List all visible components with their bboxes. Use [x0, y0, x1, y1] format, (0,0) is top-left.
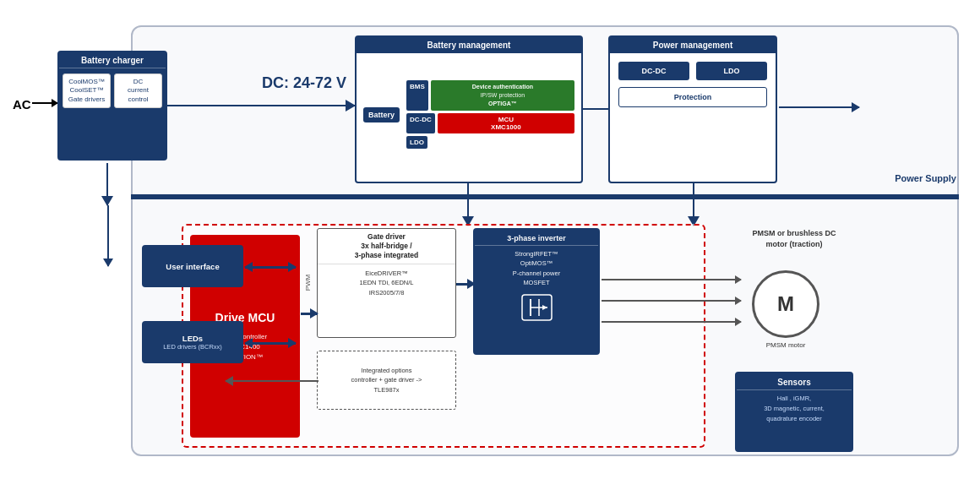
power-supply-label: Power Supply [895, 173, 956, 183]
ac-arrow [32, 102, 57, 104]
battery-charger-title: Battery charger [59, 52, 166, 68]
power-management-title: Power management [610, 37, 776, 53]
mosfet-symbol [518, 291, 556, 324]
leds-sublabel: LED drivers (BCRxx) [163, 343, 222, 351]
battery-management-box: Battery management Battery BMS Device au… [355, 35, 583, 183]
arrow-gate-to-3phase [456, 283, 475, 286]
sensors-title: Sensors [737, 373, 852, 390]
leds-box: LEDs LED drivers (BCRxx) [142, 321, 243, 363]
sensors-box: Sensors Hall , iGMR,3D magnetic, current… [735, 372, 853, 452]
bms-cell: BMS [406, 80, 428, 110]
arrow-ui-to-mcu [245, 266, 296, 269]
gate-driver-box: Gate driver3x half-bridge /3-phase integ… [317, 228, 456, 338]
ldo-power-cell: LDO [696, 62, 767, 80]
arrow-3phase-motor-1 [602, 279, 741, 280]
h-line-batt-to-power [583, 108, 610, 110]
battery-management-title: Battery management [357, 37, 581, 53]
optiga-cell: Device authentication IP/SW protection O… [431, 80, 574, 110]
pmsm-motor-label: PMSM motor [743, 341, 828, 349]
arrow-charger-to-batt [167, 105, 355, 106]
arrow-down-batt [467, 183, 469, 226]
three-phase-content: StrongIRFET™OptiMOS™P-channel powerMOSFE… [475, 246, 598, 291]
sensors-content: Hall , iGMR,3D magnetic, current,quadrat… [737, 390, 852, 427]
protection-cell: Protection [618, 87, 767, 107]
pwm-label: PWM [304, 275, 312, 291]
integrated-options-box: Integrated optionscontroller + gate driv… [317, 351, 456, 410]
charger-cell-dc: DC current control [114, 73, 162, 108]
charger-cell-coolmos: CoolMOS™ CoolSET™ Gate drivers [63, 73, 111, 108]
v-line-charger-down [107, 205, 109, 266]
system-diagram: AC Battery charger CoolMOS™ CoolSET™ Gat… [0, 0, 980, 479]
pmsm-top-label: PMSM or brushless DCmotor (traction) [735, 228, 853, 249]
dcdc-power-cell: DC-DC [618, 62, 689, 80]
mcu-cell: MCUXMC1000 [438, 113, 574, 133]
motor-circle: M [752, 270, 819, 338]
arrow-3phase-motor-2 [602, 300, 741, 302]
user-interface-label: User interface [166, 262, 219, 271]
ldo-cell: LDO [406, 136, 427, 149]
three-phase-inverter-box: 3-phase inverter StrongIRFET™OptiMOS™P-c… [473, 228, 600, 355]
gate-driver-title: Gate driver3x half-bridge /3-phase integ… [318, 229, 455, 264]
integrated-options-text: Integrated optionscontroller + gate driv… [348, 362, 426, 398]
arrow-3phase-motor-3 [602, 321, 741, 323]
arrow-leds-to-mcu [245, 342, 296, 345]
battery-label-cell: Battery [363, 107, 400, 122]
user-interface-box: User interface [142, 245, 243, 287]
arrow-integrated-to-mcu [226, 380, 318, 382]
arrow-mcu-to-gate [301, 313, 318, 315]
power-management-box: Power management DC-DC LDO Protection [608, 35, 777, 183]
arrow-down-power [693, 183, 694, 226]
battery-charger-box: Battery charger CoolMOS™ CoolSET™ Gate d… [57, 51, 167, 161]
blue-separator-line [131, 194, 959, 199]
ac-label: AC [13, 97, 31, 112]
leds-label: LEDs [182, 334, 203, 343]
h-line-to-power-supply [779, 106, 859, 108]
arrow-down-charger [106, 163, 108, 205]
dc-voltage-label: DC: 24-72 V [262, 74, 346, 92]
motor-m-label: M [777, 292, 794, 316]
gate-driver-content: EiceDRIVER™1EDN TDi, 6EDN/LIRS2005/7/8 [318, 264, 455, 302]
three-phase-title: 3-phase inverter [475, 230, 598, 246]
dcdc-cell: DC-DC [406, 113, 435, 133]
svg-marker-5 [542, 305, 547, 310]
